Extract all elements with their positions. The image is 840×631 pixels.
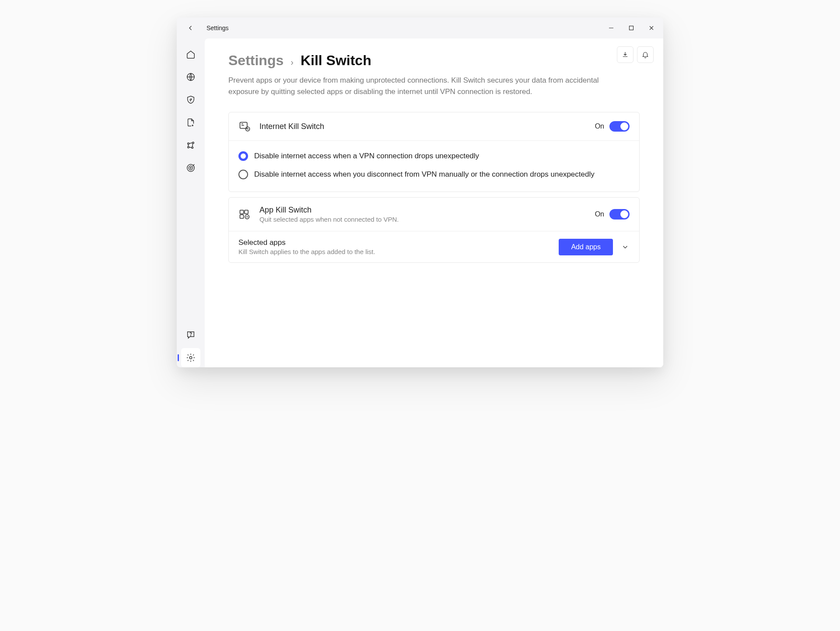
back-button[interactable] xyxy=(185,22,197,34)
svg-point-3 xyxy=(192,142,194,144)
download-button[interactable] xyxy=(617,46,634,63)
sidebar-item-security[interactable] xyxy=(181,90,200,109)
app-ks-state: On xyxy=(595,210,604,218)
svg-rect-14 xyxy=(240,215,244,218)
internet-ks-title: Internet Kill Switch xyxy=(259,122,586,131)
svg-point-9 xyxy=(191,335,191,336)
breadcrumb-separator-icon: › xyxy=(290,57,294,67)
selected-apps-subtitle: Kill Switch applies to the apps added to… xyxy=(238,248,551,255)
svg-point-8 xyxy=(190,167,192,169)
svg-point-2 xyxy=(188,143,189,145)
app-ks-icon xyxy=(238,208,251,220)
expand-apps-button[interactable] xyxy=(621,243,630,251)
sidebar-item-home[interactable] xyxy=(181,45,200,64)
sidebar-item-browse[interactable] xyxy=(181,67,200,87)
ks-option-label: Disable internet access when you disconn… xyxy=(254,170,595,179)
notifications-button[interactable] xyxy=(637,46,654,63)
svg-point-4 xyxy=(192,147,193,149)
sidebar-item-goal[interactable] xyxy=(181,158,200,178)
page-description: Prevent apps or your device from making … xyxy=(228,75,605,97)
sidebar-item-help[interactable] xyxy=(181,325,200,345)
content-area: Settings › Kill Switch Prevent apps or y… xyxy=(205,38,663,367)
radio-icon xyxy=(238,170,248,179)
ks-option-label: Disable internet access when a VPN conne… xyxy=(254,152,479,160)
radio-icon xyxy=(238,151,248,161)
ks-option-unexpected[interactable]: Disable internet access when a VPN conne… xyxy=(238,147,630,165)
breadcrumb-parent[interactable]: Settings xyxy=(228,52,284,69)
svg-point-10 xyxy=(189,356,192,359)
app-ks-title: App Kill Switch xyxy=(259,206,586,215)
svg-rect-0 xyxy=(630,26,634,30)
internet-ks-icon xyxy=(238,120,251,132)
app-ks-toggle[interactable] xyxy=(609,209,630,220)
minimize-button[interactable] xyxy=(601,19,621,37)
app-kill-switch-card: App Kill Switch Quit selected apps when … xyxy=(228,197,640,263)
titlebar: Settings xyxy=(177,17,663,38)
breadcrumb: Settings › Kill Switch xyxy=(228,52,640,69)
selected-apps-title: Selected apps xyxy=(238,238,551,247)
app-window: Settings Settings › xyxy=(177,17,663,367)
svg-point-7 xyxy=(189,166,192,170)
add-apps-button[interactable]: Add apps xyxy=(559,239,613,255)
internet-ks-toggle[interactable] xyxy=(609,121,630,132)
maximize-button[interactable] xyxy=(621,19,641,37)
internet-kill-switch-card: Internet Kill Switch On Disable internet… xyxy=(228,112,640,192)
ks-option-always[interactable]: Disable internet access when you disconn… xyxy=(238,165,630,184)
close-button[interactable] xyxy=(641,19,662,37)
svg-point-5 xyxy=(188,146,189,148)
internet-ks-state: On xyxy=(595,122,604,130)
breadcrumb-current: Kill Switch xyxy=(301,52,371,69)
sidebar-item-file-share[interactable] xyxy=(181,113,200,132)
window-title: Settings xyxy=(206,24,229,31)
sidebar-item-settings[interactable] xyxy=(181,348,200,367)
app-ks-subtitle: Quit selected apps when not connected to… xyxy=(259,216,586,223)
svg-rect-15 xyxy=(245,210,248,214)
sidebar-item-meshnet[interactable] xyxy=(181,136,200,155)
sidebar xyxy=(177,38,205,367)
svg-rect-13 xyxy=(240,210,244,214)
